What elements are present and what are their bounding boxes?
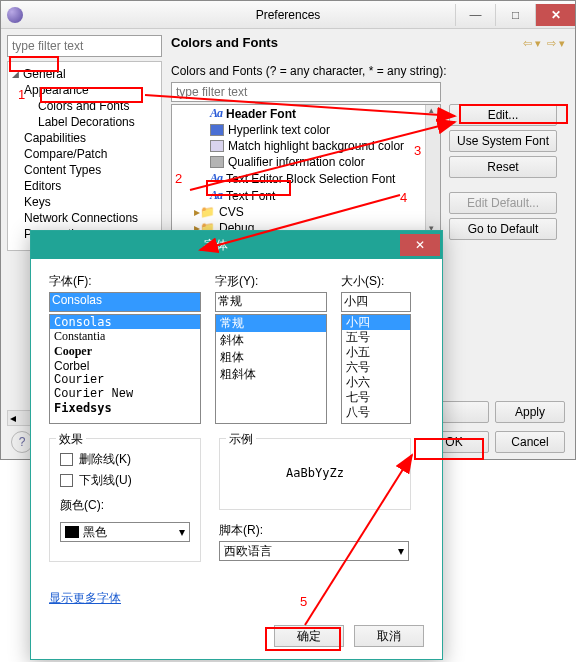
annotation-2: 2 [175,171,182,186]
page-title: Colors and Fonts [171,35,569,50]
font-icon: Aa [210,188,222,203]
size-option[interactable]: 小五 [342,345,410,360]
script-label: 脚本(R): [219,522,411,539]
tree-item-editors[interactable]: Editors [8,178,161,194]
font-dialog-titlebar: 字体 ✕ [31,231,442,259]
preferences-tree[interactable]: General Appearance Colors and Fonts Labe… [7,61,162,251]
effects-group: 效果 删除线(K) 下划线(U) 颜色(C): 黑色▾ [49,438,201,562]
size-input[interactable]: 小四 [341,292,411,312]
font-dialog-close-button[interactable]: ✕ [400,234,440,256]
tree-item-compare[interactable]: Compare/Patch [8,146,161,162]
style-input[interactable]: 常规 [215,292,327,312]
font-dialog-title: 字体 [31,237,400,254]
back-icon[interactable]: ⇦ ▾ [523,37,541,50]
chevron-down-icon: ▾ [179,525,185,539]
size-label: 大小(S): [341,273,411,290]
font-icon: Aa [210,171,222,186]
annotation-5: 5 [300,594,307,609]
tree-item-general[interactable]: General [8,66,161,82]
list-filter-input[interactable] [171,82,441,102]
color-select[interactable]: 黑色▾ [60,522,190,542]
color-label: 颜色(C): [60,497,190,514]
annotation-1: 1 [18,87,25,102]
checkbox-icon [60,474,73,487]
size-option[interactable]: 六号 [342,360,410,375]
style-listbox[interactable]: 常规 斜体 粗体 粗斜体 [215,314,327,424]
font-option[interactable]: Fixedsys [50,401,200,415]
list-item[interactable]: Hyperlink text color [172,122,440,138]
list-folder-cvs[interactable]: ▸📁CVS [172,204,440,220]
font-option[interactable]: Courier [50,373,200,387]
tree-item-label-decorations[interactable]: Label Decorations [8,114,161,130]
font-option[interactable]: Constantia [50,329,200,344]
style-option[interactable]: 粗斜体 [216,366,326,383]
font-cancel-button[interactable]: 取消 [354,625,424,647]
font-option[interactable]: Cooper [50,344,200,359]
font-icon: Aa [210,106,222,121]
color-swatch-icon [210,124,224,136]
titlebar: Preferences — □ ✕ [1,1,575,29]
nav-history: ⇦ ▾ ⇨ ▾ [523,37,565,50]
color-swatch-icon [210,156,224,168]
color-swatch-icon [65,526,79,538]
reset-button[interactable]: Reset [449,156,557,178]
go-to-default-button[interactable]: Go to Default [449,218,557,240]
style-label: 字形(Y): [215,273,327,290]
tree-item-keys[interactable]: Keys [8,194,161,210]
list-scrollbar[interactable] [425,105,440,233]
font-option[interactable]: Consolas [50,315,200,329]
script-select[interactable]: 西欧语言▾ [219,541,409,561]
sample-group: 示例 AaBbYyZz [219,438,411,510]
font-option[interactable]: Courier New [50,387,200,401]
list-item[interactable]: AaHeader Font [172,105,440,122]
font-listbox[interactable]: Consolas Constantia Cooper Corbel Courie… [49,314,201,424]
tree-filter-input[interactable] [7,35,162,57]
size-option[interactable]: 五号 [342,330,410,345]
app-icon [7,7,23,23]
font-name-input[interactable]: Consolas [49,292,201,312]
use-system-font-button[interactable]: Use System Font [449,130,557,152]
edit-button[interactable]: Edit... [449,104,557,126]
list-item[interactable]: AaText Editor Block Selection Font [172,170,440,187]
colors-fonts-list[interactable]: AaHeader Font Hyperlink text color Match… [171,104,441,234]
size-option[interactable]: 七号 [342,390,410,405]
style-option[interactable]: 粗体 [216,349,326,366]
tree-item-appearance[interactable]: Appearance [8,82,161,98]
underline-checkbox[interactable]: 下划线(U) [60,472,190,489]
font-dialog: 字体 ✕ 字体(F): Consolas Consolas Constantia… [30,230,443,660]
sample-text: AaBbYyZz [286,466,344,480]
apply-button[interactable]: Apply [495,401,565,423]
strikeout-checkbox[interactable]: 删除线(K) [60,451,190,468]
tree-item-network[interactable]: Network Connections [8,210,161,226]
minimize-button[interactable]: — [455,4,495,26]
forward-icon[interactable]: ⇨ ▾ [547,37,565,50]
size-listbox[interactable]: 小四 五号 小五 六号 小六 七号 八号 [341,314,411,424]
edit-default-button[interactable]: Edit Default... [449,192,557,214]
style-option[interactable]: 常规 [216,315,326,332]
close-button[interactable]: ✕ [535,4,575,26]
maximize-button[interactable]: □ [495,4,535,26]
tree-item-content-types[interactable]: Content Types [8,162,161,178]
list-item[interactable]: Match highlight background color [172,138,440,154]
size-option[interactable]: 小四 [342,315,410,330]
size-option[interactable]: 八号 [342,405,410,420]
tree-item-capabilities[interactable]: Capabilities [8,130,161,146]
effects-label: 效果 [56,431,86,448]
color-swatch-icon [210,140,224,152]
annotation-3: 3 [414,143,421,158]
filter-hint: Colors and Fonts (? = any character, * =… [171,64,569,78]
font-option[interactable]: Corbel [50,359,200,373]
tree-item-colors-fonts[interactable]: Colors and Fonts [8,98,161,114]
checkbox-icon [60,453,73,466]
size-option[interactable]: 小六 [342,375,410,390]
style-option[interactable]: 斜体 [216,332,326,349]
font-ok-button[interactable]: 确定 [274,625,344,647]
sidebar: General Appearance Colors and Fonts Labe… [7,35,162,251]
window-title: Preferences [256,8,321,22]
cancel-button[interactable]: Cancel [495,431,565,453]
list-item[interactable]: Qualifier information color [172,154,440,170]
annotation-4: 4 [400,190,407,205]
folder-icon: ▸📁 [194,205,215,219]
show-more-fonts-link[interactable]: 显示更多字体 [49,590,121,607]
chevron-down-icon: ▾ [398,544,404,558]
